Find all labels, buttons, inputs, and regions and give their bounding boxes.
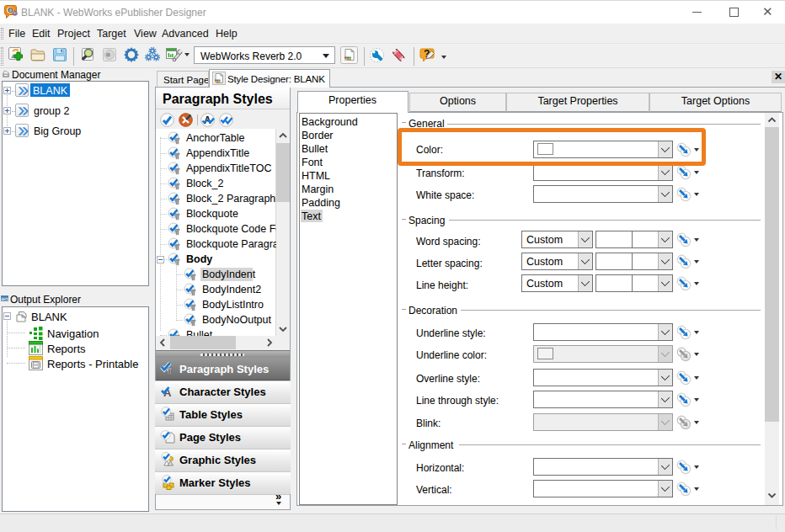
svg-text:A: A (204, 114, 211, 126)
